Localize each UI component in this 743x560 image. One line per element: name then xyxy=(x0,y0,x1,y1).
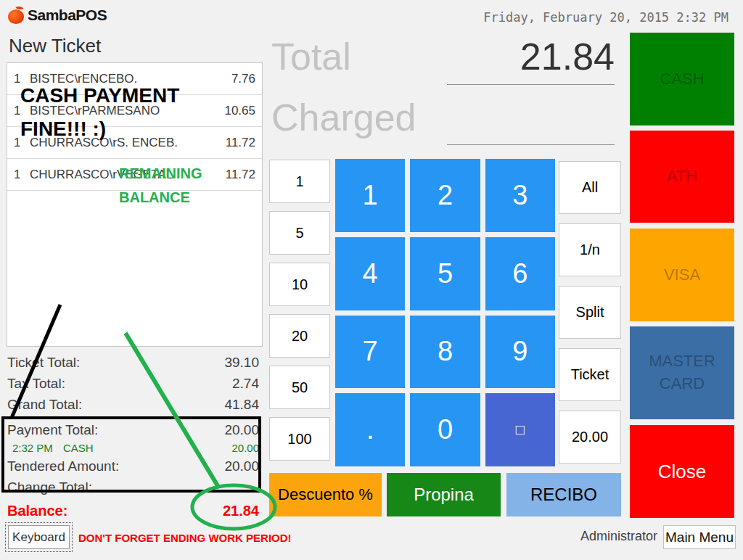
charged-underline xyxy=(447,144,615,145)
denomination-1-button[interactable]: 1 xyxy=(269,160,330,203)
ath-payment-button[interactable]: ATH xyxy=(630,131,734,223)
annotation-work-period-warning: DON'T FORGET ENDING WORK PERIOD! xyxy=(78,532,292,544)
denomination-10-button[interactable]: 10 xyxy=(269,263,330,306)
annotation-remaining-balance-note: REMAINING BALANCE xyxy=(119,162,202,210)
all-button[interactable]: All xyxy=(559,161,621,214)
datetime-label: Friday, February 20, 2015 2:32 PM xyxy=(483,10,728,25)
numpad-key-1[interactable]: 1 xyxy=(335,159,405,232)
descuento-button[interactable]: Descuento % xyxy=(269,473,382,516)
denomination-20-button[interactable]: 20 xyxy=(269,314,330,358)
order-qty: 1 xyxy=(14,168,30,182)
numpad-key-7[interactable]: 7 xyxy=(335,316,405,389)
payment-total-row: Payment Total:20.00 xyxy=(7,419,259,440)
charged-label: Charged xyxy=(271,96,416,139)
denomination-5-button[interactable]: 5 xyxy=(269,211,330,255)
numpad-key-4[interactable]: 4 xyxy=(335,237,405,310)
apple-logo-icon xyxy=(7,6,25,24)
numpad-key-5[interactable]: 5 xyxy=(410,237,480,310)
denomination-50-button[interactable]: 50 xyxy=(269,366,330,409)
totals-section: Ticket Total:39.10 Tax Total:2.74 Grand … xyxy=(7,352,259,522)
tax-total-row: Tax Total:2.74 xyxy=(7,373,259,394)
keyboard-button[interactable]: Keyboard xyxy=(8,525,70,549)
numpad-key-decimal[interactable]: . xyxy=(335,393,405,466)
total-underline xyxy=(447,84,615,85)
numpad-backspace-button[interactable]: □ xyxy=(485,393,555,466)
close-button[interactable]: Close xyxy=(630,425,734,518)
tendered-20-button[interactable]: 20.00 xyxy=(559,411,621,464)
change-total-row: Change Total: xyxy=(7,477,259,498)
numpad-key-6[interactable]: 6 xyxy=(485,237,555,310)
total-label: Total xyxy=(271,35,351,78)
ticket-button[interactable]: Ticket xyxy=(559,348,621,401)
sambapos-payment-screen: SambaPOS Friday, February 20, 2015 2:32 … xyxy=(0,0,743,560)
balance-row: Balance:21.84 xyxy=(7,500,259,522)
numpad-key-2[interactable]: 2 xyxy=(410,159,480,232)
total-value: 21.84 xyxy=(406,35,615,78)
mastercard-payment-button[interactable]: MASTER CARD xyxy=(630,326,734,419)
propina-button[interactable]: Propina xyxy=(387,473,501,516)
recibo-button[interactable]: RECIBO xyxy=(506,473,621,516)
1n-button[interactable]: 1/n xyxy=(559,223,621,276)
tendered-amount-row: Tendered Amount:20.00 xyxy=(7,456,259,477)
numpad-key-3[interactable]: 3 xyxy=(485,159,555,232)
order-list-panel: 1 BISTEC\rENCEBO. 7.76 1 BISTEC\rPARMESA… xyxy=(7,62,263,347)
logged-in-user-label: Administrator xyxy=(580,529,657,544)
sambapos-logo: SambaPOS xyxy=(7,6,107,24)
main-menu-button[interactable]: Main Menu xyxy=(663,525,736,549)
visa-payment-button[interactable]: VISA xyxy=(630,228,734,321)
ticket-total-row: Ticket Total:39.10 xyxy=(7,352,259,373)
payment-detail-row: 2:32 PM CASH 20.00 xyxy=(7,440,259,456)
ticket-title: New Ticket xyxy=(9,35,101,57)
annotation-cash-payment-note: CASH PAYMENT FINE!!! :) xyxy=(20,79,245,146)
numpad-key-0[interactable]: 0 xyxy=(410,393,480,466)
logo-text: SambaPOS xyxy=(28,7,107,24)
grand-total-row: Grand Total:41.84 xyxy=(7,394,259,415)
denomination-100-button[interactable]: 100 xyxy=(269,417,330,461)
order-price: 11.72 xyxy=(226,168,255,182)
split-button[interactable]: Split xyxy=(559,286,621,339)
numpad: 1 2 3 4 5 6 7 8 9 . 0 □ xyxy=(335,159,555,466)
cash-payment-button[interactable]: CASH xyxy=(630,33,734,125)
numpad-key-9[interactable]: 9 xyxy=(485,316,555,389)
numpad-key-8[interactable]: 8 xyxy=(410,316,480,389)
